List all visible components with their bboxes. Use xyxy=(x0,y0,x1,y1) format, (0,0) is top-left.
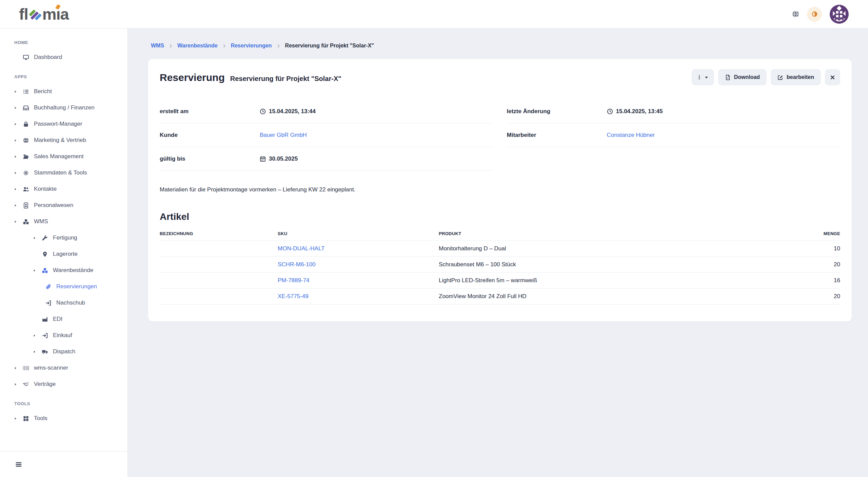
cell-bezeichnung xyxy=(160,241,278,257)
breadcrumb-link-reservierungen[interactable]: Reservierungen xyxy=(231,43,272,49)
clock-icon xyxy=(260,108,266,115)
sidebar-item-label: Lagerorte xyxy=(53,251,78,257)
sidebar: HOMEDashboardAPPSBerichtBuchhaltung / Fi… xyxy=(0,28,128,477)
sku-link-schr-m6-100[interactable]: SCHR-M6-100 xyxy=(278,261,315,268)
sidebar-item-buchhaltung-finanzen[interactable]: Buchhaltung / Finanzen xyxy=(0,100,127,116)
close-button[interactable] xyxy=(825,69,840,85)
sidebar-item-warenbest-nde[interactable]: Warenbestände xyxy=(0,262,127,278)
sidebar-item-wms-scanner[interactable]: wms-scanner xyxy=(0,360,127,376)
sidebar-item-einkauf[interactable]: Einkauf xyxy=(0,327,127,344)
logo-stripes-icon xyxy=(29,8,42,21)
sidebar-item-reservierungen[interactable]: Reservierungen xyxy=(0,278,127,295)
cell-menge: 20 xyxy=(782,289,840,305)
sidebar-item-dashboard[interactable]: Dashboard xyxy=(0,49,127,65)
logo-i: ı xyxy=(56,6,60,22)
article-section-title: Artikel xyxy=(160,211,840,222)
field-label: gültig bis xyxy=(160,155,260,162)
field-value-link-bauer-gbr-gmbh[interactable]: Bauer GbR GmbH xyxy=(260,132,307,139)
sidebar-item-lagerorte[interactable]: Lagerorte xyxy=(0,246,127,262)
caret-right-icon xyxy=(14,366,17,370)
sidebar-item-label: WMS xyxy=(34,218,48,225)
sidebar-item-nachschub[interactable]: Nachschub xyxy=(0,295,127,311)
breadcrumb-link-wms[interactable]: WMS xyxy=(151,43,164,49)
handshake-icon xyxy=(23,381,29,388)
sidebar-item-label: Sales Management xyxy=(34,153,83,160)
cell-produkt: ZoomView Monitor 24 Zoll Full HD xyxy=(439,289,782,305)
field-value-text: 30.05.2025 xyxy=(269,155,298,162)
id-badge-icon xyxy=(23,202,29,209)
sidebar-item-label: Kontakte xyxy=(34,186,57,192)
sidebar-item-tools[interactable]: Tools xyxy=(0,410,127,427)
cubes-icon xyxy=(42,267,48,274)
barcode-icon xyxy=(23,365,29,371)
sku-link-mon-dual-halt[interactable]: MON-DUAL-HALT xyxy=(278,245,325,252)
collapse-sidebar-button[interactable] xyxy=(14,459,24,470)
sidebar-item-personalwesen[interactable]: Personalwesen xyxy=(0,197,127,213)
cell-menge: 20 xyxy=(782,257,840,273)
more-actions-button[interactable] xyxy=(692,69,714,85)
caret-right-icon xyxy=(14,417,17,420)
paperclip-icon xyxy=(45,284,52,290)
sidebar-item-bericht[interactable]: Bericht xyxy=(0,83,127,100)
edit-icon xyxy=(777,75,783,80)
caret-right-icon xyxy=(14,382,17,386)
caret-right-icon xyxy=(14,417,22,420)
sidebar-item-label: Nachschub xyxy=(56,299,85,306)
breadcrumb-separator xyxy=(169,44,173,48)
close-icon xyxy=(830,75,835,80)
sidebar-item-edi[interactable]: EDI xyxy=(0,311,127,327)
field-value-link-constanze-h-bner[interactable]: Constanze Hübner xyxy=(607,132,655,139)
user-avatar[interactable] xyxy=(829,4,849,24)
chevron-right-icon xyxy=(169,44,173,48)
field-label: erstellt am xyxy=(160,108,260,115)
caret-right-icon xyxy=(14,187,22,191)
caret-right-icon xyxy=(14,106,17,110)
section-label-tools: TOOLS xyxy=(0,401,127,406)
reservation-note: Materialien für die Projektmontage vorme… xyxy=(160,186,840,193)
sidebar-item-label: Stammdaten & Tools xyxy=(34,169,87,176)
caret-right-icon xyxy=(33,269,36,272)
caret-right-icon xyxy=(14,382,22,386)
table-row: PM-7889-74LightPro LED-Streifen 5m – war… xyxy=(160,273,840,289)
cell-bezeichnung xyxy=(160,273,278,289)
caret-down-icon xyxy=(704,75,709,80)
sidebar-item-fertigung[interactable]: Fertigung xyxy=(0,230,127,246)
sidebar-item-dispatch[interactable]: Dispatch xyxy=(0,344,127,360)
column-header-bezeichnung: BEZEICHNUNG xyxy=(160,228,278,241)
sidebar-item-marketing-vertrieb[interactable]: Marketing & Vertrieb xyxy=(0,132,127,148)
desktop-icon xyxy=(23,54,29,61)
caret-right-icon xyxy=(14,204,17,207)
wrench-icon xyxy=(42,235,48,241)
caret-right-icon xyxy=(14,90,17,94)
chevron-right-icon xyxy=(222,44,226,48)
sidebar-nav: HOMEDashboardAPPSBerichtBuchhaltung / Fi… xyxy=(0,28,127,451)
sidebar-item-label: Marketing & Vertrieb xyxy=(34,137,86,144)
language-globe-button[interactable] xyxy=(792,10,800,18)
sidebar-item-wms[interactable]: WMS xyxy=(0,213,127,230)
app-logo[interactable]: fl m ı a xyxy=(19,6,69,22)
cubes-icon xyxy=(23,219,29,225)
sidebar-item-passwort-manager[interactable]: Passwort-Manager xyxy=(0,116,127,132)
caret-right-icon xyxy=(33,350,36,354)
sidebar-item-sales-management[interactable]: Sales Management xyxy=(0,148,127,165)
caret-right-icon xyxy=(14,106,22,110)
sidebar-item-kontakte[interactable]: Kontakte xyxy=(0,181,127,197)
breadcrumb-link-warenbest-nde[interactable]: Warenbestände xyxy=(177,43,218,49)
sidebar-item-stammdaten-tools[interactable]: Stammdaten & Tools xyxy=(0,165,127,181)
caret-right-icon xyxy=(14,204,22,207)
theme-toggle-button[interactable] xyxy=(807,7,822,22)
sidebar-item-vertr-ge[interactable]: Verträge xyxy=(0,376,127,392)
sku-link-xe-5775-49[interactable]: XE-5775-49 xyxy=(278,293,309,299)
caret-right-icon xyxy=(14,171,22,175)
field-value: Constanze Hübner xyxy=(607,132,655,139)
marker-icon xyxy=(42,251,48,257)
caret-right-icon xyxy=(14,139,22,142)
edit-button[interactable]: bearbeiten xyxy=(771,69,821,85)
caret-right-icon xyxy=(14,220,22,224)
sidebar-footer xyxy=(0,451,127,477)
field-value: Bauer GbR GmbH xyxy=(260,132,307,139)
download-button[interactable]: Download xyxy=(718,69,767,85)
cell-produkt: LightPro LED-Streifen 5m – warmweiß xyxy=(439,273,782,289)
table-header-row: BEZEICHNUNGSKUPRODUKTMENGE xyxy=(160,228,840,241)
sku-link-pm-7889-74[interactable]: PM-7889-74 xyxy=(278,277,310,284)
